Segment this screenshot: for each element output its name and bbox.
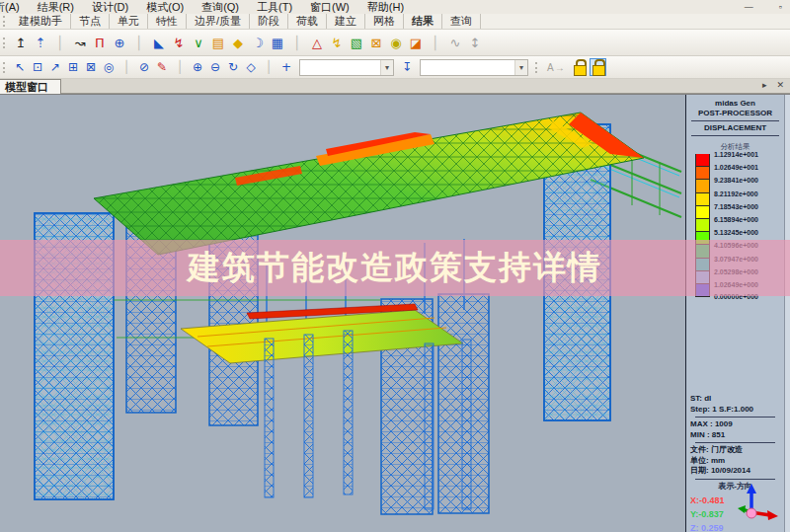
tab-model-window[interactable]: 模型窗口	[0, 79, 61, 94]
ribbon-tab[interactable]: 边界/质量	[187, 14, 250, 29]
truss-force-icon[interactable]: ◣	[149, 33, 169, 52]
search-reaction-icon[interactable]: ⇡	[31, 33, 50, 52]
load-step-name: ST: dl	[690, 394, 780, 405]
solid-result-icon[interactable]: ◉	[386, 33, 406, 52]
minimize-icon[interactable]: —	[745, 0, 753, 14]
beam-diagram-icon[interactable]: ∨	[189, 33, 208, 52]
query-icon[interactable]: +	[277, 59, 295, 76]
moment-curvature-icon[interactable]: ☽	[248, 33, 268, 52]
unit-label: 单位: mm	[690, 456, 780, 467]
menu-item[interactable]: 窗口(W)	[301, 0, 358, 14]
restore-icon[interactable]: ▫	[779, 0, 782, 14]
ribbon-tab[interactable]: 网格	[365, 14, 404, 29]
app-name: midas Gen	[686, 99, 784, 109]
redraw-icon[interactable]: ✎	[153, 59, 171, 76]
menu-item[interactable]: 分析(A)	[0, 0, 29, 14]
result-info-block: ST: dl Step: 1 S.F:1.000 MAX : 1009 MIN …	[690, 394, 780, 532]
lightning-result-icon[interactable]: ↯	[327, 33, 347, 52]
deformed-shape-icon[interactable]: ↝	[70, 33, 90, 52]
menu-item[interactable]: 模式(O)	[137, 0, 193, 14]
ribbon-tab[interactable]: 荷载	[288, 14, 327, 29]
panel-mode: POST-PROCESSOR	[686, 109, 784, 118]
select-window-icon[interactable]: ⊡	[29, 59, 46, 76]
toolbar-grip[interactable]	[3, 16, 8, 27]
ribbon-tab[interactable]: 查询	[442, 14, 481, 29]
local-stress-icon[interactable]: ▧	[347, 33, 366, 52]
menu-item[interactable]: 工具(T)	[248, 0, 301, 14]
toolbar-grip[interactable]	[3, 62, 8, 73]
wave-disabled-icon[interactable]: ∿	[445, 33, 465, 52]
displacement-contour-icon[interactable]: Π	[90, 33, 110, 52]
legend-value: 9.23841e+000	[714, 177, 758, 184]
min-node: MIN : 851	[690, 430, 780, 441]
legend-color-swatch	[695, 206, 710, 219]
legend-value: 6.15894e+000	[714, 216, 758, 223]
results-toolbar: ↥ ⇡ │ ↝ Π ⊕ │ ◣ ↯ ∨ ▤ ◆	[0, 30, 790, 56]
legend-value: 5.13245e+000	[714, 229, 758, 236]
model-viewport[interactable]: midas Gen POST-PROCESSOR DISPLACEMENT 分析…	[0, 94, 790, 532]
section-disabled-icon[interactable]: ↕	[465, 33, 485, 52]
active-plane-icon[interactable]: ↧	[398, 59, 416, 76]
select-plane-icon[interactable]: ⊠	[82, 59, 100, 76]
file-name: 文件: 门厅改造	[690, 445, 780, 456]
reaction-icon[interactable]: ↥	[11, 33, 31, 52]
view-plane-combo[interactable]: ▾	[420, 59, 528, 76]
ribbon-tab[interactable]: 结果	[404, 14, 442, 29]
menu-item[interactable]: 帮助(H)	[358, 0, 413, 14]
rotate-icon[interactable]: ↻	[224, 59, 242, 76]
separator[interactable]: │	[260, 59, 277, 76]
unselect-single-icon[interactable]: ↗	[46, 59, 64, 76]
separator[interactable]: │	[426, 33, 445, 52]
stress-triangle-icon[interactable]: △	[307, 33, 327, 52]
beam-stress-icon[interactable]: ▤	[208, 33, 228, 52]
select-group-icon[interactable]: ⊞	[64, 59, 82, 76]
toolbar-grip[interactable]	[3, 38, 8, 48]
zoom-window-icon[interactable]: ⊘	[135, 59, 153, 76]
legend-value: 1.02649e+001	[714, 164, 758, 171]
legend-color-swatch	[695, 193, 710, 206]
ribbon-tab[interactable]: 单元	[110, 14, 148, 29]
legend-color-swatch	[695, 154, 710, 167]
menu-item[interactable]: 结果(R)	[29, 0, 83, 14]
separator[interactable]: │	[287, 33, 307, 52]
menu-item[interactable]: 设计(D)	[83, 0, 137, 14]
separator[interactable]: │	[50, 33, 70, 52]
view-toolbar: ↖ ⊡ ↗ ⊞ ⊠ ◎ │ ⊘ ✎ │ ⊕ ⊖	[0, 56, 790, 79]
chevron-down-icon[interactable]: ▾	[380, 60, 393, 75]
lock-icon[interactable]	[591, 59, 605, 75]
auto-fit-icon[interactable]: A→	[543, 62, 570, 73]
menu-item[interactable]: 查询(Q)	[193, 0, 248, 14]
legend-color-swatch	[695, 180, 710, 192]
cube-result-icon[interactable]: ◪	[406, 33, 426, 52]
separator[interactable]: │	[118, 59, 135, 76]
ribbon-tab[interactable]: 节点	[71, 14, 110, 29]
axis-triad-icon	[737, 481, 780, 530]
select-single-icon[interactable]: ↖	[11, 59, 29, 76]
max-node: MAX : 1009	[690, 419, 780, 430]
mesh-result-icon[interactable]: ▦	[268, 33, 287, 52]
beam-force-icon[interactable]: ↯	[169, 33, 189, 52]
tab-scroll-right-icon[interactable]: ▸	[762, 80, 767, 90]
ribbon-tab[interactable]: 特性	[148, 14, 187, 29]
search-displacement-icon[interactable]: ⊕	[110, 33, 129, 52]
separator[interactable]: │	[171, 59, 189, 76]
legend-value: 8.21192e+000	[714, 190, 758, 197]
text-result-icon[interactable]: ⊠	[366, 33, 386, 52]
ribbon-tab[interactable]: 建模助手	[11, 14, 71, 29]
pan-icon[interactable]: ⊕	[189, 59, 206, 76]
plate-contour-icon[interactable]: ◆	[228, 33, 248, 52]
chevron-down-icon[interactable]: ▾	[514, 60, 527, 75]
perspective-icon[interactable]: ◇	[242, 59, 260, 76]
zoom-dynamic-icon[interactable]: ⊖	[206, 59, 224, 76]
select-circle-icon[interactable]: ◎	[100, 59, 118, 76]
unlock-icon[interactable]	[572, 59, 587, 75]
named-selection-combo[interactable]: ▾	[299, 59, 394, 76]
ribbon-tab[interactable]: 建立	[327, 14, 365, 29]
separator[interactable]: │	[129, 33, 149, 52]
close-icon[interactable]: ✕	[776, 80, 784, 90]
midas-gen-window: 分析(A) 结果(R) 设计(D) 模式(O) 查询(Q) 工具(T) 窗口(W…	[0, 0, 790, 532]
policy-banner-text: 建筑节能改造政策支持详情	[188, 246, 602, 290]
menu-bar: 分析(A) 结果(R) 设计(D) 模式(O) 查询(Q) 工具(T) 窗口(W…	[0, 0, 790, 14]
toolbar-grip[interactable]	[535, 62, 540, 73]
ribbon-tab[interactable]: 阶段	[250, 14, 288, 29]
